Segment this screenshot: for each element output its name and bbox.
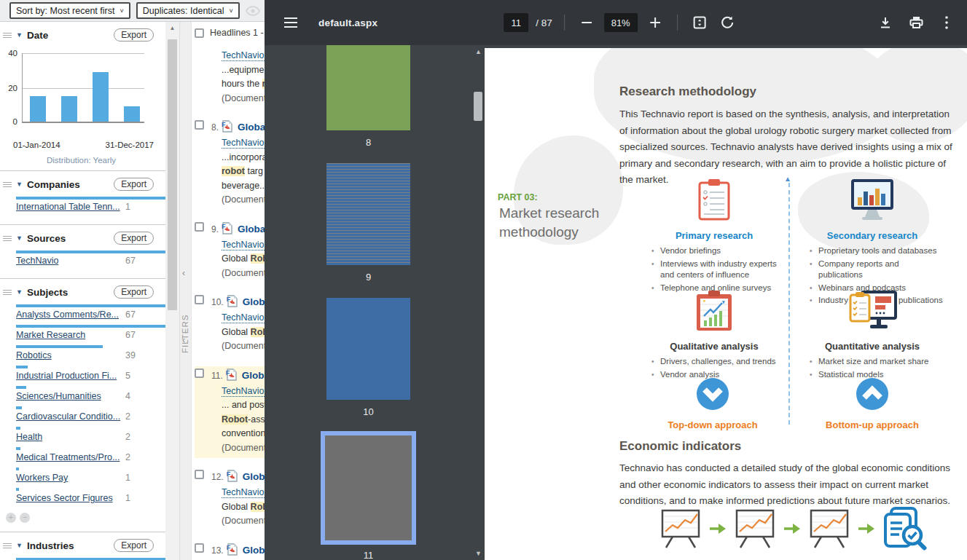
result-snippet-line: TechNavio... (222, 49, 265, 63)
facet-item-label[interactable]: TechNavio (16, 255, 124, 267)
facet-item[interactable]: Health 2 (16, 427, 165, 443)
export-button[interactable]: Export (114, 285, 154, 299)
date-chart-bar[interactable] (124, 106, 140, 122)
facet-item[interactable]: Cardiovascular Conditio... 2 (16, 406, 165, 423)
page-thumbnail[interactable] (326, 163, 410, 265)
drag-handle-icon[interactable] (3, 31, 12, 39)
result-title-link[interactable]: Global (243, 543, 265, 558)
checklist-monitor-icon (799, 284, 945, 338)
facet-item[interactable]: Medical Treatments/Pro... 2 (16, 447, 165, 464)
print-button[interactable] (906, 12, 926, 33)
thumbnail-page-number: 10 (363, 406, 373, 417)
export-button[interactable]: Export (114, 232, 154, 245)
export-date-button[interactable]: Export (114, 28, 154, 42)
more-options-button[interactable] (936, 12, 957, 33)
facet-item[interactable]: Analysts Comments/Re... 67 (16, 304, 165, 321)
date-chart-bar[interactable] (93, 72, 109, 122)
page-number-input[interactable]: 11 (504, 13, 528, 32)
scroll-up-icon[interactable]: ▲ (165, 22, 179, 34)
result-checkbox[interactable] (195, 222, 204, 232)
zoom-in-button[interactable] (645, 12, 665, 33)
scrollbar-thumb[interactable] (474, 92, 482, 121)
download-button[interactable] (875, 12, 896, 33)
facet-item-label[interactable]: Market Research (16, 329, 124, 342)
collapse-left-icon[interactable]: ‹ (182, 335, 185, 345)
preview-eye-button[interactable] (246, 4, 260, 18)
page-thumbnail[interactable] (326, 45, 410, 130)
menu-button[interactable] (281, 12, 301, 33)
result-title-link[interactable]: Global (243, 470, 265, 484)
facet-item-label[interactable]: Industrial Production Fi... (16, 370, 124, 382)
result-source-link[interactable]: TechNavio... (222, 138, 265, 149)
facet-item[interactable]: International Table Tenn... 1 (16, 197, 165, 213)
fit-page-button[interactable] (689, 12, 710, 33)
thumbnail-scrollbar[interactable]: ▲ ▼ (472, 45, 485, 560)
date-chart-bar[interactable] (30, 96, 46, 122)
facet-section: ▼ Companies Export International Table T… (0, 171, 165, 225)
drag-handle-icon[interactable] (3, 181, 12, 189)
result-checkbox[interactable] (195, 470, 204, 479)
scroll-up-icon[interactable]: ▲ (472, 48, 485, 55)
result-source-link[interactable]: TechNavio... (222, 487, 265, 498)
result-source-link[interactable]: TechNavio... (222, 50, 265, 61)
facet-item[interactable]: Industrial Production Fi... 5 (16, 366, 165, 382)
scroll-down-icon[interactable]: ▼ (472, 550, 485, 557)
facet-item-count: 67 (124, 255, 136, 267)
pdf-body: 891011 ▲ ▼ Research methodology This Tec… (265, 45, 967, 560)
sort-by-dropdown[interactable]: Sort by: Most recent first ˅ (9, 2, 130, 19)
result-source-link[interactable]: TechNavio... (222, 386, 265, 397)
result-title-link[interactable]: Global (238, 120, 265, 135)
facet-item-label[interactable]: Services Sector Figures (16, 492, 124, 505)
drag-handle-icon[interactable] (3, 234, 12, 242)
collapse-caret-icon[interactable]: ▼ (16, 542, 23, 549)
facet-item-label[interactable]: Health (16, 431, 124, 443)
collapse-caret-icon[interactable]: ▼ (16, 234, 23, 242)
zoom-level-input[interactable]: 81% (604, 13, 638, 32)
collapse-caret-icon[interactable]: ▼ (16, 31, 23, 39)
method-title: Qualitative analysis (641, 341, 787, 352)
scrollbar-thumb[interactable] (168, 39, 177, 310)
facet-item[interactable]: Market Research 67 (16, 325, 165, 342)
result-checkbox[interactable] (195, 368, 204, 378)
duplicates-dropdown[interactable]: Duplicates: Identical ˅ (136, 2, 240, 19)
date-chart-bar[interactable] (61, 96, 77, 122)
facet-item-label[interactable]: Workers Pay (16, 472, 124, 484)
facet-item-label[interactable]: International Table Tenn... (16, 201, 124, 213)
facet-count-bar (16, 366, 28, 368)
result-source-link[interactable]: TechNavio... (222, 312, 265, 323)
result-source-link[interactable]: TechNavio... (222, 240, 265, 251)
show-more-button[interactable]: + (6, 513, 16, 523)
result-checkbox[interactable] (195, 543, 204, 553)
facet-item[interactable]: Sciences/Humanities 4 (16, 386, 165, 403)
facet-item[interactable]: TechNavio 67 (16, 251, 165, 267)
select-all-checkbox[interactable] (195, 28, 204, 38)
page-thumbnail[interactable] (321, 431, 416, 545)
collapse-caret-icon[interactable]: ▼ (16, 181, 23, 188)
drag-handle-icon[interactable] (3, 542, 12, 550)
rotate-button[interactable] (717, 12, 737, 33)
collapse-caret-icon[interactable]: ▼ (16, 288, 23, 296)
chevron-down-circle-icon (696, 377, 729, 411)
facet-item[interactable]: Workers Pay 1 (16, 468, 165, 484)
page-thumbnail[interactable] (326, 298, 410, 400)
export-button[interactable]: Export (114, 178, 154, 191)
facet-section: ▼ Industries Export Industrial Electrica… (0, 532, 165, 560)
facet-scrollbar[interactable]: ▲ (165, 22, 179, 560)
result-checkbox[interactable] (195, 120, 204, 130)
facet-item[interactable]: Robotics 39 (16, 345, 165, 362)
facet-item[interactable]: Services Sector Figures 1 (16, 488, 165, 505)
facet-item-label[interactable]: Medical Treatments/Pro... (16, 451, 124, 464)
drag-handle-icon[interactable] (3, 288, 12, 296)
zoom-out-button[interactable] (576, 12, 597, 33)
result-title-link[interactable]: Global (243, 295, 265, 309)
result-title-link[interactable]: Global (242, 368, 265, 383)
facet-item-label[interactable]: Sciences/Humanities (16, 390, 124, 403)
result-item: 10. F Global TechNavio...Global Rob(Docu… (195, 293, 265, 357)
facet-item-label[interactable]: Cardiovascular Conditio... (16, 411, 124, 423)
facet-item-label[interactable]: Analysts Comments/Re... (16, 309, 124, 321)
result-title-link[interactable]: Global (238, 222, 265, 237)
result-checkbox[interactable] (195, 295, 204, 304)
show-fewer-button[interactable]: − (20, 513, 30, 523)
facet-item-label[interactable]: Robotics (16, 350, 124, 362)
export-button[interactable]: Export (114, 539, 154, 552)
